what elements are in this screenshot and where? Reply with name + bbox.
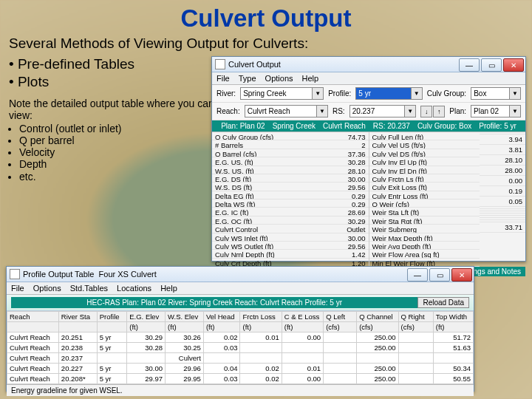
menu-options[interactable]: Options (265, 74, 293, 83)
chevron-down-icon[interactable]: ▼ (412, 87, 423, 100)
culvgroup-label: Culv Group: (427, 89, 466, 98)
chevron-down-icon[interactable]: ▼ (317, 105, 328, 117)
grid-label: E.G. OC (ft) (212, 216, 322, 225)
column-header[interactable]: W.S. Elev (166, 312, 204, 322)
column-header[interactable]: Q Channel (357, 312, 398, 322)
grid-value: 2 (322, 140, 368, 149)
table-cell: 250.00 (357, 343, 398, 353)
chevron-down-icon[interactable]: ▼ (405, 105, 416, 117)
table-row[interactable]: Culvrt Reach20.208*5 yr29.9729.950.030.0… (7, 374, 474, 384)
column-header[interactable]: Frctn Loss (240, 312, 282, 322)
close-button[interactable]: ✕ (503, 58, 524, 72)
plan-field[interactable]: Plan 02 (471, 105, 510, 117)
table-cell: 20.227 (58, 364, 97, 374)
column-header[interactable]: E.G. Elev (127, 312, 166, 322)
titlebar[interactable]: Profile Output Table Four XS Culvert — ▭… (7, 267, 474, 282)
grid-label: Weir Submerg (369, 225, 480, 233)
grid-col-right-values: 3.943.8128.1028.000.000.190.0533.71 (480, 132, 525, 267)
column-header[interactable]: Reach (7, 312, 59, 322)
grid-value: 0.29 (322, 200, 368, 208)
maximize-button[interactable]: ▭ (429, 268, 450, 282)
chevron-down-icon[interactable]: ▼ (510, 105, 521, 117)
table-cell (324, 374, 357, 384)
grid-value: 3.81 (480, 145, 525, 155)
table-cell: 0.03 (203, 343, 240, 353)
reload-button[interactable]: Reload Data (417, 297, 469, 308)
window-culvert-output: Culvert Output — ▭ ✕ File Type Options H… (211, 56, 526, 262)
table-cell: 0.01 (282, 364, 323, 374)
window-title-2: Four XS Culvert (99, 270, 157, 279)
menu-file[interactable]: File (11, 284, 24, 293)
column-units (97, 322, 127, 332)
titlebar[interactable]: Culvert Output — ▭ ✕ (212, 57, 525, 72)
table-cell (282, 343, 323, 353)
column-header[interactable]: Q Left (324, 312, 357, 322)
rs-field[interactable]: 20.237 (349, 105, 406, 117)
culvgroup-field[interactable]: Box (471, 87, 510, 100)
river-field[interactable]: Spring Creek (240, 87, 313, 100)
menu-type[interactable]: Type (239, 74, 256, 83)
close-button[interactable]: ✕ (451, 268, 472, 282)
column-header[interactable]: Q Right (398, 312, 433, 322)
note-block: Note the detailed output table where you… (9, 98, 214, 183)
menu-help[interactable]: Help (302, 74, 319, 83)
grid-label: Delta EG (ft) (212, 191, 322, 200)
grid-value: 30.00 (322, 233, 368, 242)
grid-label: Culv Inv El Dn (ft) (369, 166, 480, 174)
grid-label: Culv Vel DS (ft/s) (369, 149, 480, 157)
table-cell: 250.00 (357, 332, 398, 343)
maximize-button[interactable]: ▭ (481, 58, 502, 72)
app-icon (10, 269, 20, 279)
column-units: (cfs) (357, 322, 398, 332)
grid-value: 0.19 (480, 186, 525, 197)
menu-locations[interactable]: Locations (117, 284, 151, 293)
table-row[interactable]: Culvrt Reach20.2275 yr30.0029.960.040.02… (7, 364, 474, 374)
reach-field[interactable]: Culvrt Reach (245, 105, 317, 117)
menubar: File Type Options Help (212, 72, 525, 85)
context-strip: HEC-RAS Plan: Plan 02 River: Spring Cree… (7, 295, 474, 311)
table-cell: 5 yr (97, 364, 127, 374)
menu-options[interactable]: Options (33, 284, 61, 293)
minimize-button[interactable]: — (459, 58, 480, 72)
column-header[interactable]: River Sta (58, 312, 97, 322)
grid-col-right-labels: Culv Full Len (ft)Culv Vel US (ft/s)Culv… (369, 132, 480, 267)
grid-value: 1.42 (322, 250, 368, 258)
filter-row-1: River: Spring Creek▼ Profile: 5 yr▼ Culv… (212, 85, 525, 103)
table-cell: 250.00 (357, 374, 398, 384)
arrow-down-icon[interactable]: ↓ (420, 106, 432, 117)
table-row[interactable]: Culvrt Reach20.2385 yr30.2830.250.03250.… (7, 343, 474, 353)
menu-file[interactable]: File (216, 74, 230, 83)
table-cell: Culvrt Reach (7, 353, 59, 364)
table-cell: 0.02 (240, 374, 282, 384)
table-cell: 51.72 (433, 332, 473, 343)
table-row[interactable]: Culvrt Reach20.2515 yr30.2930.260.020.01… (7, 332, 474, 343)
table-cell: 0.03 (203, 374, 240, 384)
menu-stdtables[interactable]: Std.Tables (70, 284, 108, 293)
menubar: File Options Std.Tables Locations Help (7, 282, 474, 295)
grid-label: E.G. DS (ft) (212, 174, 322, 183)
profile-field[interactable]: 5 yr (355, 87, 411, 100)
grid-label: E.G. IC (ft) (212, 208, 322, 216)
grid-value: 30.28 (322, 157, 368, 166)
chevron-down-icon[interactable]: ▼ (313, 87, 324, 100)
window-title-1: Profile Output Table (23, 270, 94, 279)
table-cell: 50.34 (433, 364, 473, 374)
menu-help[interactable]: Help (160, 284, 177, 293)
minimize-button[interactable]: — (407, 268, 428, 282)
column-header[interactable]: C & E Loss (282, 312, 323, 322)
arrow-up-icon[interactable]: ↑ (433, 106, 445, 117)
column-header[interactable]: Top Width (433, 312, 473, 322)
table-cell: 30.00 (127, 364, 166, 374)
column-header[interactable]: Profile (97, 312, 127, 322)
table-cell (433, 353, 473, 364)
table-cell: 29.95 (166, 374, 204, 384)
column-header[interactable]: Vel Head (203, 312, 240, 322)
grid-value: 0.00 (480, 176, 525, 186)
grid-value: 37.36 (322, 149, 368, 157)
table-cell: 5 yr (97, 343, 127, 353)
chevron-down-icon[interactable]: ▼ (510, 87, 521, 100)
table-cell: Culvrt Reach (7, 364, 59, 374)
grid-col-left-labels: Q Culv Group (cfs)# BarrelsQ Barrel (cfs… (212, 132, 322, 267)
status-bar: Energy gradeline for given WSEL. (7, 384, 474, 396)
table-row[interactable]: Culvrt Reach20.237Culvert (7, 353, 474, 364)
